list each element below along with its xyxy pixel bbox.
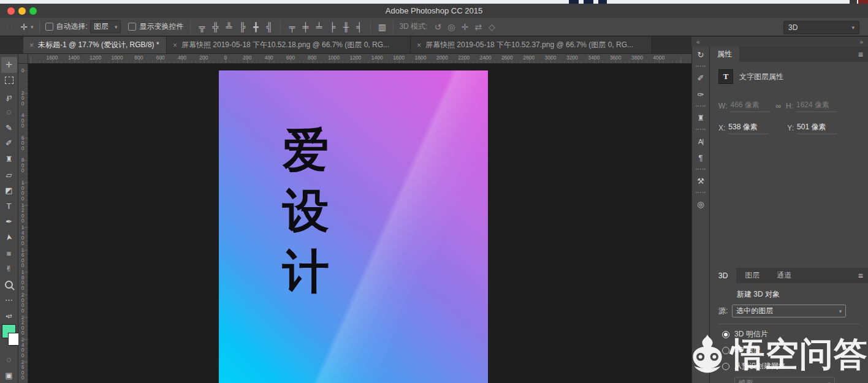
screen-mode[interactable]: ▣ [1,367,17,383]
tab-properties[interactable]: 属性 [710,47,739,62]
distribute-right-edges-icon[interactable]: ╡ [352,21,366,33]
expand-panels-icon[interactable]: » [859,39,863,45]
path-selection-tool[interactable]: ➤ [1,230,17,246]
3d-slide-icon[interactable]: ⇄ [471,21,485,33]
align-vertical-centers-icon[interactable]: ╬ [208,21,222,33]
distribute-spacing-icon[interactable]: ▥ [375,21,389,33]
canvas-char: 计 [278,241,334,301]
creative-cloud-icon[interactable]: ◎ [692,196,709,213]
radio-option[interactable]: 从预设创建网格 [722,361,859,371]
eraser-tool[interactable]: ▱ [1,167,17,183]
rectangle-tool[interactable]: ■ [1,245,17,261]
color-swatches[interactable] [1,324,17,351]
radio-button[interactable] [722,331,729,338]
workspace-dropdown[interactable]: 3D ▾ [783,21,859,34]
3d-rotate-icon[interactable]: ↺ [431,21,444,33]
x-field[interactable]: 538 像素 [728,122,769,134]
type-tool[interactable]: T [1,198,17,214]
brush-presets-panel-icon[interactable]: ✑ [692,86,709,103]
toolbar-options[interactable]: ⋯ [1,292,17,308]
ruler-top-label: 800 [134,55,143,61]
gradient-tool[interactable]: ◩ [1,183,17,199]
link-dimensions-icon[interactable]: ∞ [775,102,781,110]
tab-close-icon[interactable]: × [417,41,421,50]
tab-close-icon[interactable]: × [29,41,34,50]
3d-scale-icon[interactable]: ◇ [485,21,498,33]
3d-drag-icon[interactable]: ✛ [458,21,471,33]
distribute-horizontal-centers-icon[interactable]: ╫ [339,21,352,33]
align-top-edges-icon[interactable]: ╦ [195,21,208,33]
align-bottom-edges-icon[interactable]: ╩ [222,21,235,33]
y-field[interactable]: 501 像素 [797,122,837,134]
panel-menu-icon[interactable]: ≡ [858,50,863,59]
document-tab-label: 屏幕快照 2019-05-18 下午10.52.37.png @ 66.7% (… [425,40,633,50]
ruler-top-label: 0 [224,55,227,61]
marquee-tool[interactable] [1,73,17,89]
distribute-vertical-centers-icon[interactable]: ╪ [299,21,312,33]
radio-button[interactable] [722,347,729,354]
brush-tool-icon: ✐ [6,138,12,148]
quick-mask-mode[interactable]: ◌ [1,352,17,368]
radio-option[interactable]: 3D 明信片 [722,329,859,339]
source-label: 源: [718,306,728,316]
y-label: Y: [787,124,794,132]
lasso-tool-icon: ℘ [6,92,12,101]
3d-roll-icon[interactable]: ◎ [444,21,458,33]
document-tab[interactable]: ×屏幕快照 2019-05-18 下午10.52.37.png @ 66.7% … [411,37,652,53]
radio-option[interactable]: 3D 模型 [722,345,859,355]
align-left-edges-icon[interactable]: ╠ [235,21,249,33]
ruler-horizontal[interactable]: 1600140012001000800600400200020040060080… [18,54,691,64]
source-dropdown[interactable]: 选中的图层 ▾ [732,305,846,317]
canvas-vertical-text: 爱 设 计 [278,119,334,301]
auto-select-value: 图层 [94,21,108,32]
move-tool-icon[interactable]: ✛ [17,21,31,33]
panel-group-grip [696,169,706,172]
3d-object-options: 3D 明信片3D 模型从预设创建网格锥形▾从深度映射创建网格 [718,329,859,383]
show-transform-checkbox[interactable] [128,23,136,31]
hand-tool-icon: ✌ [6,264,12,273]
brush-tool[interactable]: ✐ [1,135,17,151]
clone-stamp-tool[interactable]: ♜ [1,151,17,167]
character-panel-icon[interactable]: A| [692,133,709,150]
document-tab-label: 未标题-1 @ 17.7% (爱设计, RGB/8) * [38,40,159,50]
eyedropper-tool[interactable]: ✎ [1,119,17,135]
collapse-panels-icon[interactable]: « [696,39,700,45]
brushes-panel-icon[interactable]: ✐ [692,70,709,86]
height-field[interactable]: 1624 像素 [796,100,837,112]
zoom-tool[interactable] [1,277,17,293]
document-tab[interactable]: ×屏幕快照 2019-05-18 下午10.52.18.png @ 66.7% … [167,37,411,53]
lasso-tool[interactable]: ℘ [1,88,17,104]
radio-button[interactable] [722,363,729,370]
document-canvas[interactable]: 爱 设 计 [219,70,488,383]
pen-tool[interactable]: ✒ [1,214,17,230]
align-right-edges-icon[interactable]: ╣ [262,21,276,33]
document-tab[interactable]: ×未标题-1 @ 17.7% (爱设计, RGB/8) * [23,37,167,53]
move-tool[interactable]: ✛ [1,57,17,73]
panel-menu-icon[interactable]: ≡ [858,271,863,281]
tab-图层[interactable]: 图层 [736,268,768,283]
distribute-left-edges-icon[interactable]: ╞ [326,21,339,33]
type-tool-icon: T [7,202,12,211]
tab-通道[interactable]: 通道 [768,268,800,283]
distribute-bottom-edges-icon[interactable]: ╧ [312,21,326,33]
move-tool-chevron-icon[interactable]: ▾ [31,24,34,30]
tool-presets-panel-icon[interactable]: ⚒ [692,173,709,189]
swap-colors[interactable]: ▪⇄ [1,308,17,324]
auto-select-checkbox[interactable] [45,23,53,31]
path-selection-tool-icon: ➤ [4,233,14,241]
align-horizontal-centers-icon[interactable]: ╋ [249,21,262,33]
paragraph-panel-icon[interactable]: ¶ [692,150,709,166]
clone-source-panel-icon[interactable]: ♜ [692,110,709,126]
auto-select-dropdown[interactable]: 图层 ▾ [90,20,121,33]
hand-tool[interactable]: ✌ [1,261,17,277]
ruler-vertical[interactable]: 02 0 04 0 06 0 08 0 01 0 0 01 2 0 01 4 0… [18,64,28,383]
history-panel-icon[interactable]: ↻ [692,47,709,63]
width-field[interactable]: 466 像素 [730,100,771,112]
tab-3d[interactable]: 3D [710,268,736,283]
quick-selection-tool[interactable]: ◌ [1,104,17,120]
distribute-top-edges-icon[interactable]: ╤ [285,21,299,33]
tab-close-icon[interactable]: × [173,41,177,50]
ruler-top-label: 2800 [523,55,535,61]
ruler-top-label: 2200 [458,55,470,61]
mesh-preset-dropdown[interactable]: 锥形▾ [734,377,835,383]
